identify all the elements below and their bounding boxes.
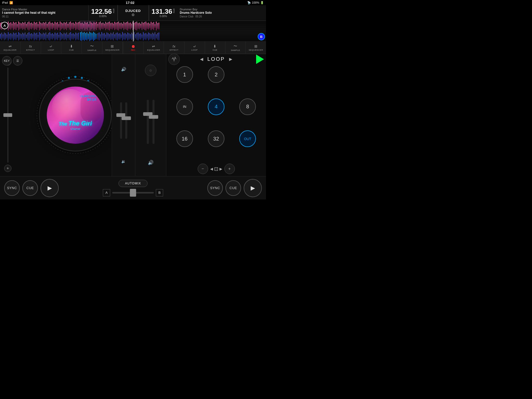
loop-btn-in[interactable]: IN xyxy=(176,98,193,115)
loop-btn-out[interactable]: OUT xyxy=(239,130,256,147)
toolbar-rec[interactable]: ⏺ REC xyxy=(123,42,144,54)
svg-rect-116 xyxy=(151,22,151,30)
svg-rect-161 xyxy=(48,33,49,40)
pitch-plus-btn[interactable]: + xyxy=(4,165,11,172)
toolbar-sample-b[interactable]: 〜 SAMPLE xyxy=(225,42,246,54)
turntable[interactable]: REMAINING 04:14 The The Girl shame xyxy=(39,79,112,151)
sync-button-b[interactable]: SYNC xyxy=(207,180,223,196)
toolbar-loop-b[interactable]: ⤾ LOOP xyxy=(184,42,205,54)
crossfader-track[interactable] xyxy=(112,192,154,194)
loop-waveform-button[interactable] xyxy=(168,54,180,65)
fader-group-left[interactable] xyxy=(120,92,127,139)
deck-b-title: Drums Hardcore Solo xyxy=(180,11,264,15)
loop-minus-button[interactable]: − xyxy=(198,164,208,174)
svg-rect-107 xyxy=(139,23,140,29)
automix-button[interactable]: AUTOMIX xyxy=(118,180,147,187)
svg-rect-155 xyxy=(40,33,41,39)
cue-button-a[interactable]: CUE xyxy=(22,180,38,196)
cue-button-b[interactable]: CUE xyxy=(225,180,241,196)
fader-track-1[interactable] xyxy=(120,102,122,139)
svg-rect-152 xyxy=(36,33,37,40)
deck-a-badge: A xyxy=(1,22,8,29)
sample-label-b: SAMPLE xyxy=(231,49,240,51)
toolbar-cue-a[interactable]: ⬇ CUE xyxy=(61,42,82,54)
key-button[interactable]: KEY xyxy=(2,56,11,65)
svg-rect-84 xyxy=(109,22,110,30)
loop-plus-button[interactable]: + xyxy=(224,164,235,174)
svg-rect-224 xyxy=(131,33,132,40)
list-button[interactable]: ☰ xyxy=(13,56,22,65)
loop-btn-2[interactable]: 2 xyxy=(208,66,224,83)
deck-b-pitch: 0.00% xyxy=(160,15,167,18)
svg-rect-185 xyxy=(80,32,81,41)
volume-icon: 🔊 xyxy=(148,160,154,165)
channel-faders[interactable] xyxy=(147,92,155,144)
channel-fader-right[interactable] xyxy=(152,100,155,144)
crossfader-thumb[interactable] xyxy=(130,189,136,197)
toolbar-sample-a[interactable]: 〜 SAMPLE xyxy=(82,42,102,54)
pitch-slider-thumb[interactable] xyxy=(3,113,12,117)
fader-thumb-2[interactable] xyxy=(122,116,131,120)
svg-rect-59 xyxy=(77,23,77,29)
svg-rect-85 xyxy=(110,23,111,29)
svg-rect-53 xyxy=(69,22,70,30)
svg-rect-237 xyxy=(148,32,149,40)
loop-next-button[interactable]: ▶ xyxy=(229,57,232,62)
loop-btn-16[interactable]: 16 xyxy=(176,130,193,147)
toolbar-equalizer-b[interactable]: ⇌ EQUALIZER xyxy=(144,42,164,54)
loop-size-right-arrow: ▶ xyxy=(220,167,222,171)
key-label: KEY xyxy=(4,59,10,62)
equalizer-label-b: EQUALIZER xyxy=(147,49,160,51)
sync-button-a[interactable]: SYNC xyxy=(4,180,20,196)
loop-btn-32[interactable]: 32 xyxy=(208,130,224,147)
svg-rect-124 xyxy=(0,34,1,39)
svg-rect-192 xyxy=(89,32,90,41)
svg-rect-220 xyxy=(126,34,127,38)
cue-loop-button[interactable]: ⌾ xyxy=(145,65,156,76)
toolbar-sequencer-b[interactable]: ⊞ SEQUENCER xyxy=(246,42,266,54)
svg-rect-146 xyxy=(29,32,29,41)
toolbar-cue-b[interactable]: ⬇ CUE xyxy=(205,42,225,54)
sample-icon-a: 〜 xyxy=(90,44,94,49)
toolbar-sequencer-a[interactable]: ⊞ SEQUENCER xyxy=(102,42,123,54)
deck-b-genre: Dance Club xyxy=(180,15,193,18)
svg-rect-123 xyxy=(80,21,96,31)
toolbar-effect-a[interactable]: fx EFFECT xyxy=(21,42,41,54)
svg-rect-138 xyxy=(18,32,19,41)
channel-fader-right-thumb[interactable] xyxy=(149,115,158,119)
svg-rect-233 xyxy=(143,32,144,41)
channel-fader-left[interactable] xyxy=(147,100,149,144)
svg-rect-108 xyxy=(140,24,141,28)
toolbar-effect-b[interactable]: fx EFFECT xyxy=(164,42,184,54)
svg-rect-28 xyxy=(36,22,37,30)
pitch-slider-track[interactable] xyxy=(8,68,8,163)
svg-rect-104 xyxy=(135,22,136,30)
toolbar-equalizer-a[interactable]: ⇌ EQUALIZER xyxy=(0,42,21,54)
svg-rect-167 xyxy=(56,34,57,39)
loop-btn-1[interactable]: 1 xyxy=(176,66,193,83)
toolbar-loop-a[interactable]: ⤾ LOOP xyxy=(41,42,62,54)
loop-btn-4[interactable]: 4 xyxy=(208,98,224,115)
waveform-area[interactable]: A B xyxy=(0,21,266,42)
svg-rect-166 xyxy=(55,32,55,40)
loop-btn-8[interactable]: 8 xyxy=(239,98,256,115)
loop-header: ◀ LOOP ▶ xyxy=(166,54,266,64)
svg-rect-8 xyxy=(10,22,11,30)
gear-icon[interactable]: ⚙ xyxy=(131,13,135,17)
loop-controls-row: − ◀ ⊡ ▶ + xyxy=(166,162,266,176)
svg-rect-95 xyxy=(123,22,124,30)
play-button-b[interactable]: ▶ xyxy=(244,179,262,197)
list-icon: ☰ xyxy=(16,59,19,63)
deck-b-header: Drummer Boy Drums Hardcore Solo Dance Cl… xyxy=(178,5,266,21)
svg-rect-51 xyxy=(66,22,67,30)
loop-prev-button[interactable]: ◀ xyxy=(200,57,203,62)
svg-rect-126 xyxy=(3,34,3,38)
play-button-a[interactable]: ▶ xyxy=(41,179,59,197)
cue-label-a: CUE xyxy=(26,186,34,190)
svg-rect-117 xyxy=(152,23,153,29)
svg-rect-209 xyxy=(112,34,112,39)
center-header: DJUCED ⚙ xyxy=(118,5,149,21)
svg-rect-74 xyxy=(96,22,97,30)
fader-track-2[interactable] xyxy=(125,102,127,139)
svg-rect-206 xyxy=(108,33,109,39)
